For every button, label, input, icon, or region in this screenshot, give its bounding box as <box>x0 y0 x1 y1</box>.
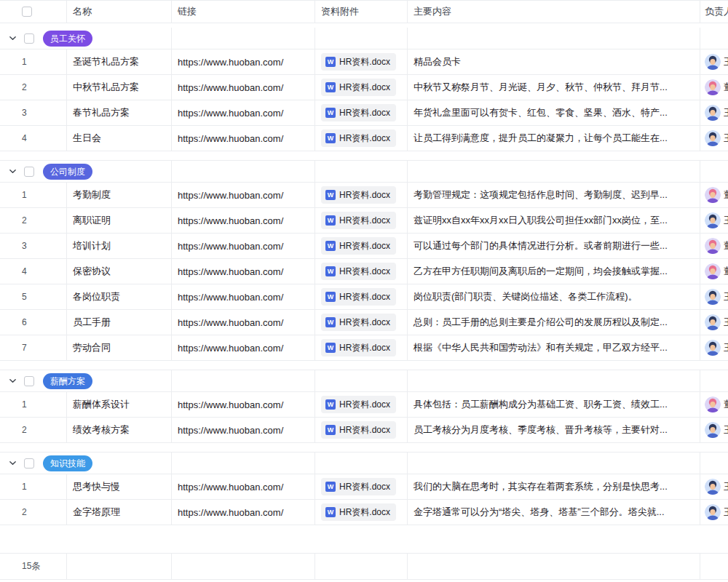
name-cell[interactable]: 考勤制度 <box>67 183 172 207</box>
attachment-chip[interactable]: WHR资料.docx <box>321 237 396 255</box>
attachment-chip[interactable]: WHR资料.docx <box>321 421 396 439</box>
group-name-badge[interactable]: 员工关怀 <box>43 31 92 47</box>
content-cell[interactable]: 乙方在甲方任职期间及离职后的一定期间，均会接触或掌握... <box>408 259 700 284</box>
table-row[interactable]: 1考勤制度https://www.huoban.com/WHR资料.docx考勤… <box>0 183 728 208</box>
owner-cell[interactable]: 董 <box>700 259 728 284</box>
attachment-chip[interactable]: WHR资料.docx <box>321 263 396 280</box>
table-row[interactable]: 5各岗位职责https://www.huoban.com/WHR资料.docx岗… <box>0 284 728 310</box>
record-link[interactable]: https://www.huoban.com/ <box>178 507 283 518</box>
table-row[interactable]: 2离职证明https://www.huoban.com/WHR资料.docx兹证… <box>0 208 728 234</box>
record-link[interactable]: https://www.huoban.com/ <box>178 241 283 252</box>
record-link[interactable]: https://www.huoban.com/ <box>178 133 283 144</box>
column-header-content[interactable]: 主要内容 <box>408 1 700 23</box>
attachment-chip[interactable]: WHR资料.docx <box>321 288 396 306</box>
record-link[interactable]: https://www.huoban.com/ <box>178 482 283 493</box>
owner-cell[interactable]: 王 <box>700 284 728 309</box>
content-cell[interactable]: 年货礼盒里面可以有贺卡、红包、零食、坚果、酒水、特产... <box>408 100 700 125</box>
attachment-chip[interactable]: WHR资料.docx <box>321 396 396 413</box>
attachment-chip[interactable]: WHR资料.docx <box>321 478 396 495</box>
record-link[interactable]: https://www.huoban.com/ <box>178 190 283 201</box>
group-name-badge[interactable]: 知识技能 <box>43 455 92 471</box>
table-row[interactable]: 4保密协议https://www.huoban.com/WHR资料.docx乙方… <box>0 259 728 284</box>
group-select-checkbox[interactable] <box>24 33 34 44</box>
name-cell[interactable]: 培训计划 <box>67 234 172 258</box>
content-cell[interactable]: 可以通过每个部门的具体情况进行分析。或者前期进行一些... <box>408 234 700 258</box>
owner-cell[interactable]: 王 <box>700 100 728 125</box>
owner-cell[interactable]: 董 <box>700 234 728 258</box>
name-cell[interactable]: 春节礼品方案 <box>67 100 172 125</box>
attachment-chip[interactable]: WHR资料.docx <box>321 339 396 356</box>
name-cell[interactable]: 思考快与慢 <box>67 474 172 499</box>
name-cell[interactable]: 绩效考核方案 <box>67 418 172 442</box>
record-link[interactable]: https://www.huoban.com/ <box>178 317 283 328</box>
column-header-name[interactable]: 名称 <box>67 1 172 23</box>
table-row[interactable]: 3培训计划https://www.huoban.com/WHR资料.docx可以… <box>0 234 728 259</box>
content-cell[interactable]: 具体包括：员工薪酬构成分为基础工资、职务工资、绩效工... <box>408 392 700 417</box>
name-cell[interactable]: 中秋节礼品方案 <box>67 75 172 100</box>
content-cell[interactable]: 精品会员卡 <box>408 49 700 74</box>
name-cell[interactable]: 员工手册 <box>67 310 172 335</box>
name-cell[interactable]: 生日会 <box>67 126 172 151</box>
owner-cell[interactable]: 王 <box>700 418 728 442</box>
table-row[interactable]: 2金字塔原理https://www.huoban.com/WHR资料.docx金… <box>0 500 728 525</box>
table-row[interactable]: 3春节礼品方案https://www.huoban.com/WHR资料.docx… <box>0 100 728 126</box>
attachment-chip[interactable]: WHR资料.docx <box>321 212 396 229</box>
chevron-down-icon[interactable] <box>7 167 17 175</box>
content-cell[interactable]: 总则：员工手册的总则主要是介绍公司的发展历程以及制定... <box>408 310 700 335</box>
content-cell[interactable]: 员工考核分为月度考核、季度考核、晋升考核等，主要针对... <box>408 418 700 442</box>
chevron-down-icon[interactable] <box>7 34 17 42</box>
group-select-checkbox[interactable] <box>24 376 34 386</box>
group-name-badge[interactable]: 薪酬方案 <box>43 373 92 389</box>
content-cell[interactable]: 中秋节又称祭月节、月光诞、月夕、秋节、仲秋节、拜月节... <box>408 75 700 100</box>
table-row[interactable]: 2中秋节礼品方案https://www.huoban.com/WHR资料.doc… <box>0 75 728 100</box>
attachment-chip[interactable]: WHR资料.docx <box>321 104 396 121</box>
content-cell[interactable]: 岗位职责(部门职责、关键岗位描述、各类工作流程)。 <box>408 284 700 309</box>
record-link[interactable]: https://www.huoban.com/ <box>178 343 283 354</box>
name-cell[interactable]: 金字塔原理 <box>67 500 172 525</box>
table-row[interactable]: 1思考快与慢https://www.huoban.com/WHR资料.docx我… <box>0 474 728 500</box>
name-cell[interactable]: 劳动合同 <box>67 335 172 360</box>
name-cell[interactable]: 薪酬体系设计 <box>67 392 172 417</box>
table-row[interactable]: 7劳动合同https://www.huoban.com/WHR资料.docx根据… <box>0 335 728 361</box>
table-row[interactable]: 1圣诞节礼品方案https://www.huoban.com/WHR资料.doc… <box>0 49 728 75</box>
column-header-attachment[interactable]: 资料附件 <box>315 1 408 23</box>
name-cell[interactable]: 各岗位职责 <box>67 284 172 309</box>
table-row[interactable]: 4生日会https://www.huoban.com/WHR资料.docx让员工… <box>0 126 728 151</box>
select-all-checkbox[interactable] <box>22 7 32 17</box>
record-link[interactable]: https://www.huoban.com/ <box>178 215 283 226</box>
chevron-down-icon[interactable] <box>7 459 17 467</box>
column-header-owner[interactable]: 负责人 <box>700 1 728 23</box>
attachment-chip[interactable]: WHR资料.docx <box>321 186 396 204</box>
record-link[interactable]: https://www.huoban.com/ <box>178 82 283 93</box>
owner-cell[interactable]: 董 <box>700 183 728 207</box>
name-cell[interactable]: 保密协议 <box>67 259 172 284</box>
record-link[interactable]: https://www.huoban.com/ <box>178 266 283 277</box>
owner-cell[interactable]: 王 <box>700 335 728 360</box>
table-row[interactable]: 2绩效考核方案https://www.huoban.com/WHR资料.docx… <box>0 418 728 443</box>
owner-cell[interactable]: 王 <box>700 474 728 499</box>
record-link[interactable]: https://www.huoban.com/ <box>178 292 283 303</box>
attachment-chip[interactable]: WHR资料.docx <box>321 314 396 331</box>
column-header-select[interactable] <box>0 1 67 23</box>
record-link[interactable]: https://www.huoban.com/ <box>178 399 283 410</box>
table-row[interactable]: 1薪酬体系设计https://www.huoban.com/WHR资料.docx… <box>0 392 728 418</box>
chevron-down-icon[interactable] <box>7 377 17 385</box>
group-name-badge[interactable]: 公司制度 <box>43 164 92 180</box>
name-cell[interactable]: 圣诞节礼品方案 <box>67 49 172 74</box>
table-row[interactable]: 6员工手册https://www.huoban.com/WHR资料.docx总则… <box>0 310 728 335</box>
attachment-chip[interactable]: WHR资料.docx <box>321 129 396 147</box>
content-cell[interactable]: 兹证明xx自xx年xx月xx日入职我公司担任xx部门xx岗位，至... <box>408 208 700 233</box>
owner-cell[interactable]: 王 <box>700 208 728 233</box>
group-select-checkbox[interactable] <box>24 458 34 469</box>
owner-cell[interactable]: 王 <box>700 49 728 74</box>
attachment-chip[interactable]: WHR资料.docx <box>321 79 396 96</box>
content-cell[interactable]: 金字塔通常可以分为“塔尖、塔身、塔基”三个部分。塔尖就... <box>408 500 700 525</box>
owner-cell[interactable]: 王 <box>700 310 728 335</box>
name-cell[interactable]: 离职证明 <box>67 208 172 233</box>
content-cell[interactable]: 让员工得到满意度，提升员工的凝聚力，让每个员工能生在... <box>408 126 700 151</box>
owner-cell[interactable]: 王 <box>700 126 728 151</box>
attachment-chip[interactable]: WHR资料.docx <box>321 53 396 71</box>
group-select-checkbox[interactable] <box>24 167 34 177</box>
owner-cell[interactable]: 董 <box>700 392 728 417</box>
record-link[interactable]: https://www.huoban.com/ <box>178 425 283 436</box>
